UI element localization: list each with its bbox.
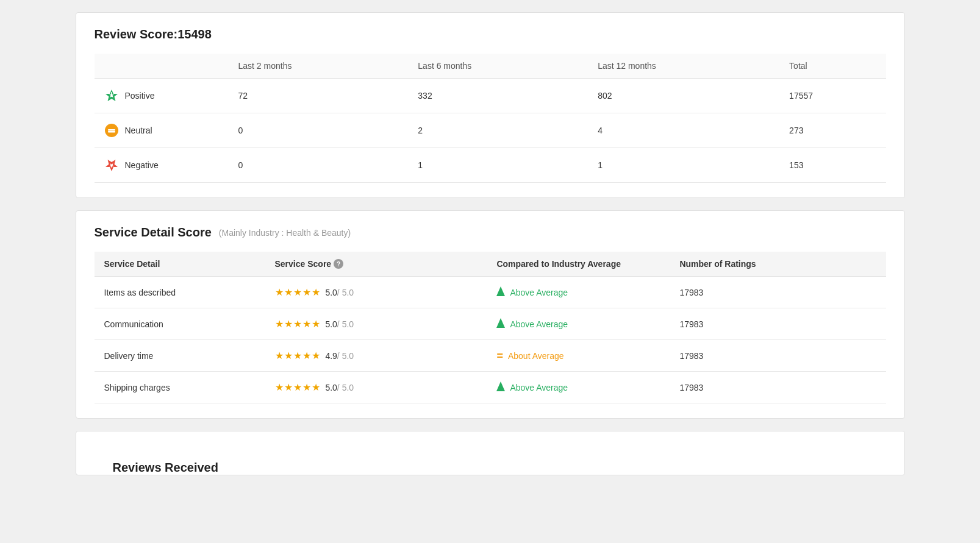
delivery-time-ratings: 17983 <box>670 340 885 372</box>
service-detail-subtitle: (Mainly Industry : Health & Beauty) <box>219 228 351 238</box>
items-described-comparison: Above Average <box>487 277 670 308</box>
negative-total: 153 <box>779 148 885 183</box>
positive-last2: 72 <box>229 79 409 113</box>
negative-row: Negative 0 1 1 153 <box>95 148 886 183</box>
svg-marker-8 <box>496 318 505 328</box>
col-service-detail: Service Detail <box>95 252 265 277</box>
positive-label-cell: Positive <box>95 79 229 113</box>
positive-text: Positive <box>125 91 155 101</box>
review-score-table: Last 2 months Last 6 months Last 12 mont… <box>95 54 886 183</box>
service-score-help-icon[interactable]: ? <box>334 259 343 269</box>
neutral-last12: 4 <box>588 113 779 148</box>
negative-label-cell: Negative <box>95 148 229 183</box>
neutral-total: 273 <box>779 113 885 148</box>
shipping-charges-score: ★★★★★ 5.0/ 5.0 <box>265 372 487 403</box>
negative-text: Negative <box>125 160 159 170</box>
shipping-above-avg-arrow-icon <box>496 382 505 393</box>
communication-label: Communication <box>95 308 265 340</box>
neutral-text: Neutral <box>125 126 152 135</box>
communication-ratings: 17983 <box>670 308 885 340</box>
delivery-time-comparison: = About Average <box>487 340 670 372</box>
items-described-stars: ★★★★★ <box>275 287 321 297</box>
delivery-about-avg-icon: = <box>496 350 503 361</box>
communication-row: Communication ★★★★★ 5.0/ 5.0 Above Avera… <box>95 308 886 340</box>
service-detail-card: Service Detail Score (Mainly Industry : … <box>76 210 905 419</box>
items-described-label: Items as described <box>95 277 265 308</box>
service-detail-title: Service Detail Score <box>95 225 212 240</box>
positive-last12: 802 <box>588 79 779 113</box>
items-described-ratings: 17983 <box>670 277 885 308</box>
negative-last12: 1 <box>588 148 779 183</box>
shipping-charges-ratings: 17983 <box>670 372 885 403</box>
delivery-time-score: ★★★★★ 4.9/ 5.0 <box>265 340 487 372</box>
delivery-time-row: Delivery time ★★★★★ 4.9/ 5.0 = About Ave… <box>95 340 886 372</box>
col-compared: Compared to Industry Average <box>487 252 670 277</box>
delivery-time-stars: ★★★★★ <box>275 350 321 361</box>
neutral-last6: 2 <box>408 113 588 148</box>
shipping-charges-label: Shipping charges <box>95 372 265 403</box>
neutral-label-cell: Neutral <box>95 113 229 148</box>
col-total: Total <box>779 54 885 79</box>
positive-row: Positive 72 332 802 17557 <box>95 79 886 113</box>
delivery-time-label: Delivery time <box>95 340 265 372</box>
communication-comparison-text: Above Average <box>510 319 568 329</box>
positive-last6: 332 <box>408 79 588 113</box>
neutral-last2: 0 <box>229 113 409 148</box>
col-service-score: Service Score ? <box>265 252 487 277</box>
above-avg-arrow-icon <box>496 286 505 298</box>
shipping-charges-comparison-text: Above Average <box>510 383 568 392</box>
svg-rect-3 <box>108 129 115 131</box>
reviews-received-title: Reviews Received <box>95 446 886 475</box>
delivery-time-score-val: 4.9/ 5.0 <box>325 351 354 361</box>
items-described-score: ★★★★★ 5.0/ 5.0 <box>265 277 487 308</box>
negative-icon <box>104 158 119 172</box>
service-detail-header: Service Detail Score (Mainly Industry : … <box>95 225 886 240</box>
communication-stars: ★★★★★ <box>275 319 321 329</box>
review-table-header-row: Last 2 months Last 6 months Last 12 mont… <box>95 54 886 79</box>
items-described-row: Items as described ★★★★★ 5.0/ 5.0 Above … <box>95 277 886 308</box>
svg-marker-7 <box>496 286 505 296</box>
reviews-received-card: Reviews Received <box>76 431 905 475</box>
shipping-charges-stars: ★★★★★ <box>275 382 321 392</box>
positive-icon <box>104 88 119 103</box>
col-last2: Last 2 months <box>229 54 409 79</box>
detail-table-header: Service Detail Service Score ? Compared … <box>95 252 886 277</box>
service-detail-table: Service Detail Service Score ? Compared … <box>95 252 886 403</box>
delivery-time-comparison-text: About Average <box>508 351 564 361</box>
review-score-card: Review Score:15498 Last 2 months Last 6 … <box>76 12 905 198</box>
communication-score: ★★★★★ 5.0/ 5.0 <box>265 308 487 340</box>
communication-score-val: 5.0/ 5.0 <box>325 319 354 329</box>
communication-comparison: Above Average <box>487 308 670 340</box>
col-ratings: Number of Ratings <box>670 252 885 277</box>
items-described-score-val: 5.0/ 5.0 <box>325 288 354 297</box>
items-described-comparison-text: Above Average <box>510 288 568 297</box>
shipping-charges-comparison: Above Average <box>487 372 670 403</box>
shipping-charges-row: Shipping charges ★★★★★ 5.0/ 5.0 Above Av… <box>95 372 886 403</box>
col-last12: Last 12 months <box>588 54 779 79</box>
neutral-icon <box>104 123 119 138</box>
svg-marker-9 <box>496 382 505 391</box>
shipping-charges-score-val: 5.0/ 5.0 <box>325 383 354 392</box>
review-score-title: Review Score:15498 <box>95 27 886 41</box>
negative-last6: 1 <box>408 148 588 183</box>
negative-last2: 0 <box>229 148 409 183</box>
neutral-row: Neutral 0 2 4 273 <box>95 113 886 148</box>
col-label <box>95 54 229 79</box>
positive-total: 17557 <box>779 79 885 113</box>
svg-rect-4 <box>108 131 115 133</box>
communication-above-avg-arrow-icon <box>496 318 505 330</box>
col-last6: Last 6 months <box>408 54 588 79</box>
